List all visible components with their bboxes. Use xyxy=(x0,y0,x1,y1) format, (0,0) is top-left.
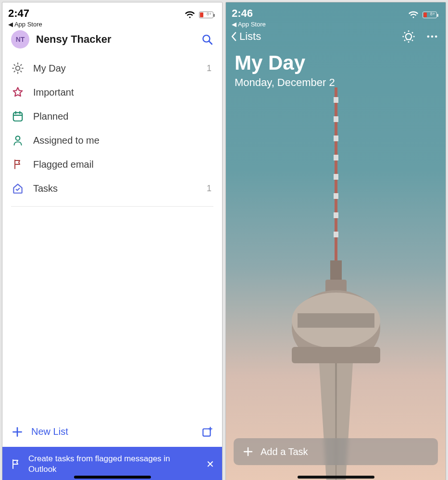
list-item-label: Assigned to me xyxy=(33,135,203,146)
suggestions-icon[interactable] xyxy=(401,29,416,44)
banner-text: Create tasks from flagged messages in Ou… xyxy=(28,454,199,475)
avatar[interactable]: NT xyxy=(11,30,29,49)
svg-rect-35 xyxy=(334,135,338,141)
svg-point-29 xyxy=(427,36,430,38)
list-item-label: Flagged email xyxy=(33,159,203,170)
page-subtitle: Monday, December 2 xyxy=(226,74,446,89)
svg-line-7 xyxy=(14,64,15,65)
wifi-icon xyxy=(185,11,195,19)
sun-icon xyxy=(11,62,25,74)
more-icon[interactable] xyxy=(425,30,439,43)
list-important[interactable]: Important xyxy=(2,80,222,104)
svg-line-10 xyxy=(21,64,22,65)
home-indicator[interactable] xyxy=(74,476,151,479)
add-task-button[interactable]: Add a Task xyxy=(234,438,438,465)
svg-point-28 xyxy=(412,32,413,34)
outlook-banner[interactable]: Create tasks from flagged messages in Ou… xyxy=(2,447,222,480)
list-item-label: Planned xyxy=(33,111,203,122)
svg-rect-40 xyxy=(334,232,338,237)
calendar-icon xyxy=(11,110,25,123)
plus-icon xyxy=(11,426,24,438)
svg-rect-36 xyxy=(334,155,338,160)
svg-point-15 xyxy=(16,136,20,140)
page-title: My Day xyxy=(226,47,446,74)
svg-rect-45 xyxy=(298,313,374,328)
svg-rect-11 xyxy=(13,112,22,121)
profile-name: Nensy Thacker xyxy=(36,33,194,46)
list-tasks[interactable]: Tasks 1 xyxy=(2,176,222,200)
new-group-icon[interactable] xyxy=(201,426,213,438)
svg-point-26 xyxy=(412,40,413,41)
svg-point-27 xyxy=(404,40,406,41)
svg-rect-37 xyxy=(334,174,338,180)
svg-line-9 xyxy=(14,71,15,72)
list-item-count: 1 xyxy=(207,63,212,74)
svg-point-43 xyxy=(292,290,380,365)
svg-point-44 xyxy=(292,293,380,348)
list-planned[interactable]: Planned xyxy=(2,104,222,128)
svg-rect-32 xyxy=(335,87,337,260)
wifi-icon xyxy=(408,11,419,19)
svg-line-1 xyxy=(209,41,212,44)
svg-point-30 xyxy=(431,36,434,38)
status-time: 2:47 xyxy=(8,7,42,20)
svg-rect-33 xyxy=(334,97,338,103)
back-label: Lists xyxy=(239,30,261,43)
svg-point-31 xyxy=(435,36,437,38)
svg-point-21 xyxy=(408,30,410,32)
nav-row: Lists xyxy=(226,25,446,47)
screen-lists: 2:47 ◀ App Store 8+ NT Nensy Thacker xyxy=(2,2,223,480)
close-icon[interactable]: ✕ xyxy=(206,458,214,470)
screen-my-day: 2:46 ◀ App Store 8+ Lists xyxy=(225,2,446,480)
list-item-label: Tasks xyxy=(33,183,198,194)
list-flagged[interactable]: Flagged email xyxy=(2,152,222,176)
svg-rect-46 xyxy=(292,347,380,363)
svg-line-8 xyxy=(21,71,22,72)
svg-point-2 xyxy=(16,66,20,71)
svg-rect-38 xyxy=(334,193,338,199)
svg-rect-42 xyxy=(325,280,347,293)
profile-row[interactable]: NT Nensy Thacker xyxy=(2,25,222,55)
svg-rect-39 xyxy=(334,212,338,218)
chevron-left-icon xyxy=(230,31,237,42)
status-time: 2:46 xyxy=(232,7,266,20)
list-item-label: My Day xyxy=(33,63,198,74)
svg-rect-34 xyxy=(334,116,338,122)
svg-point-25 xyxy=(404,32,406,34)
status-bar: 2:46 ◀ App Store 8+ xyxy=(226,2,446,25)
list-my-day[interactable]: My Day 1 xyxy=(2,56,222,80)
background-image xyxy=(274,87,398,480)
home-indicator[interactable] xyxy=(298,476,374,479)
add-task-label: Add a Task xyxy=(261,446,308,457)
svg-rect-41 xyxy=(330,260,342,280)
back-button[interactable]: Lists xyxy=(230,30,261,43)
plus-icon xyxy=(242,446,254,457)
smart-lists: My Day 1 Important Planned xyxy=(2,55,222,201)
battery-icon: 8+ xyxy=(199,12,213,18)
star-icon xyxy=(11,86,25,98)
svg-point-24 xyxy=(413,36,415,37)
person-icon xyxy=(11,134,25,147)
list-item-label: Important xyxy=(33,87,203,98)
battery-icon: 8+ xyxy=(423,12,437,18)
new-list-label: New List xyxy=(31,426,193,437)
new-list-row[interactable]: New List xyxy=(2,417,222,447)
list-assigned[interactable]: Assigned to me xyxy=(2,128,222,152)
flag-icon xyxy=(10,458,22,470)
home-icon xyxy=(11,182,25,195)
svg-point-23 xyxy=(402,36,404,37)
svg-rect-18 xyxy=(203,429,210,436)
search-icon[interactable] xyxy=(201,33,213,46)
status-bar: 2:47 ◀ App Store 8+ xyxy=(2,2,222,25)
flag-icon xyxy=(11,158,25,171)
list-item-count: 1 xyxy=(207,184,212,194)
svg-point-22 xyxy=(408,41,410,43)
